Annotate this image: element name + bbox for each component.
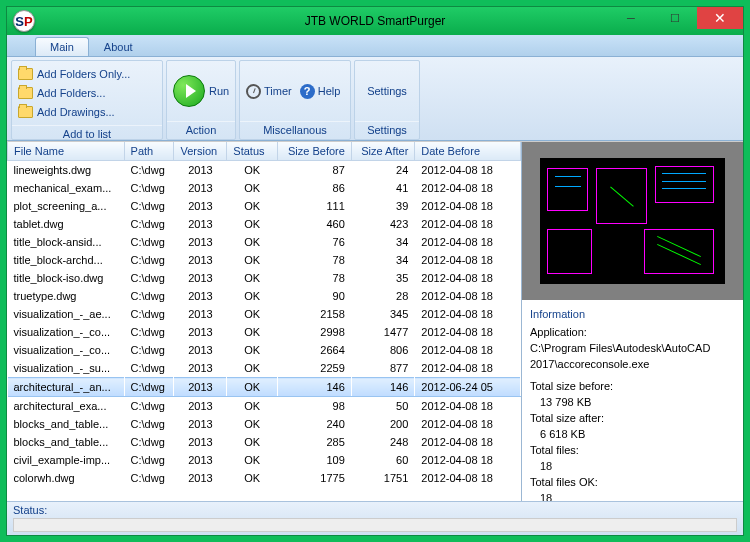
table-row[interactable]: visualization_-_ae...C:\dwg2013OK2158345… [8, 305, 521, 323]
minimize-button[interactable]: ─ [609, 7, 653, 29]
table-row[interactable]: visualization_-_co...C:\dwg2013OK2998147… [8, 323, 521, 341]
title-bar[interactable]: SP JTB WORLD SmartPurger ─ ☐ ✕ [7, 7, 743, 35]
table-row[interactable]: blocks_and_table...C:\dwg2013OK285248201… [8, 433, 521, 451]
cell-file: blocks_and_table... [8, 415, 125, 433]
timer-icon [246, 84, 261, 99]
settings-button[interactable]: Settings [355, 61, 419, 121]
cell-path: C:\dwg [124, 179, 174, 197]
timer-button[interactable]: Timer [246, 84, 292, 99]
progress-bar [13, 518, 737, 532]
cell-date: 2012-04-08 18 [415, 341, 521, 359]
cell-path: C:\dwg [124, 359, 174, 378]
cell-file: visualization_-_co... [8, 323, 125, 341]
table-row[interactable]: title_block-ansid...C:\dwg2013OK76342012… [8, 233, 521, 251]
table-row[interactable]: lineweights.dwgC:\dwg2013OK87242012-04-0… [8, 161, 521, 180]
cell-size-after: 60 [351, 451, 414, 469]
table-row[interactable]: truetype.dwgC:\dwg2013OK90282012-04-08 1… [8, 287, 521, 305]
help-button[interactable]: ?Help [300, 84, 341, 99]
cell-size-before: 78 [278, 251, 352, 269]
table-row[interactable]: plot_screening_a...C:\dwg2013OK111392012… [8, 197, 521, 215]
table-row[interactable]: colorwh.dwgC:\dwg2013OK177517512012-04-0… [8, 469, 521, 487]
cell-file: lineweights.dwg [8, 161, 125, 180]
cell-path: C:\dwg [124, 451, 174, 469]
cell-status: OK [227, 161, 278, 180]
maximize-button[interactable]: ☐ [653, 7, 697, 29]
table-row[interactable]: title_block-archd...C:\dwg2013OK78342012… [8, 251, 521, 269]
add-drawings-button[interactable]: Add Drawings... [18, 103, 115, 121]
col-path[interactable]: Path [124, 142, 174, 161]
table-row[interactable]: title_block-iso.dwgC:\dwg2013OK78352012-… [8, 269, 521, 287]
add-folders-only-button[interactable]: Add Folders Only... [18, 65, 130, 83]
col-status[interactable]: Status [227, 142, 278, 161]
col-size-before[interactable]: Size Before [278, 142, 352, 161]
cell-version: 2013 [174, 451, 227, 469]
tab-main[interactable]: Main [35, 37, 89, 56]
cell-size-before: 90 [278, 287, 352, 305]
cad-thumbnail [540, 158, 725, 284]
cell-file: civil_example-imp... [8, 451, 125, 469]
cell-path: C:\dwg [124, 233, 174, 251]
run-button[interactable]: Run [173, 75, 229, 107]
group-label: Settings [355, 121, 419, 139]
file-table[interactable]: File Name Path Version Status Size Befor… [7, 142, 521, 501]
cell-file: mechanical_exam... [8, 179, 125, 197]
table-row[interactable]: civil_example-imp...C:\dwg2013OK10960201… [8, 451, 521, 469]
cell-size-after: 24 [351, 161, 414, 180]
cell-path: C:\dwg [124, 323, 174, 341]
col-file-name[interactable]: File Name [8, 142, 125, 161]
cell-path: C:\dwg [124, 433, 174, 451]
cell-path: C:\dwg [124, 287, 174, 305]
info-panel: Information Application: C:\Program File… [522, 300, 743, 501]
cell-file: blocks_and_table... [8, 433, 125, 451]
cell-status: OK [227, 469, 278, 487]
settings-label: Settings [367, 85, 407, 97]
cell-date: 2012-04-08 18 [415, 161, 521, 180]
cell-date: 2012-04-08 18 [415, 215, 521, 233]
cell-date: 2012-04-08 18 [415, 179, 521, 197]
tab-about[interactable]: About [89, 37, 148, 56]
cell-size-before: 2998 [278, 323, 352, 341]
cell-size-after: 41 [351, 179, 414, 197]
table-row[interactable]: architectural_exa...C:\dwg2013OK98502012… [8, 397, 521, 416]
info-size-before: 13 798 KB [530, 394, 735, 410]
col-version[interactable]: Version [174, 142, 227, 161]
table-row[interactable]: mechanical_exam...C:\dwg2013OK86412012-0… [8, 179, 521, 197]
cell-status: OK [227, 269, 278, 287]
cell-file: title_block-ansid... [8, 233, 125, 251]
cell-size-after: 34 [351, 233, 414, 251]
info-total-files: 18 [530, 458, 735, 474]
folder-icon [18, 106, 33, 118]
table-row[interactable]: blocks_and_table...C:\dwg2013OK240200201… [8, 415, 521, 433]
group-label: Action [167, 121, 235, 139]
cell-size-after: 146 [351, 378, 414, 397]
cell-size-before: 109 [278, 451, 352, 469]
close-button[interactable]: ✕ [697, 7, 743, 29]
cell-file: title_block-iso.dwg [8, 269, 125, 287]
cell-file: visualization_-_co... [8, 341, 125, 359]
cell-date: 2012-06-24 05 [415, 378, 521, 397]
cell-path: C:\dwg [124, 469, 174, 487]
table-row[interactable]: tablet.dwgC:\dwg2013OK4604232012-04-08 1… [8, 215, 521, 233]
group-miscellaneous: Timer ?Help Miscellanous [239, 60, 351, 140]
status-label: Status: [13, 504, 737, 516]
table-row[interactable]: visualization_-_su...C:\dwg2013OK2259877… [8, 359, 521, 378]
cell-size-after: 34 [351, 251, 414, 269]
add-folders-only-label: Add Folders Only... [37, 66, 130, 82]
table-row[interactable]: architectural_-_an...C:\dwg2013OK1461462… [8, 378, 521, 397]
col-date-before[interactable]: Date Before [415, 142, 521, 161]
info-title: Information [530, 306, 735, 322]
cell-size-before: 2259 [278, 359, 352, 378]
drawing-preview [522, 142, 743, 300]
cell-size-after: 345 [351, 305, 414, 323]
cell-size-after: 50 [351, 397, 414, 416]
table-row[interactable]: visualization_-_co...C:\dwg2013OK2664806… [8, 341, 521, 359]
col-size-after[interactable]: Size After [351, 142, 414, 161]
window-controls: ─ ☐ ✕ [609, 7, 743, 29]
cell-size-after: 39 [351, 197, 414, 215]
cell-status: OK [227, 251, 278, 269]
cell-status: OK [227, 378, 278, 397]
cell-version: 2013 [174, 233, 227, 251]
info-app-label: Application: [530, 324, 735, 340]
cell-status: OK [227, 415, 278, 433]
add-folders-button[interactable]: Add Folders... [18, 84, 105, 102]
